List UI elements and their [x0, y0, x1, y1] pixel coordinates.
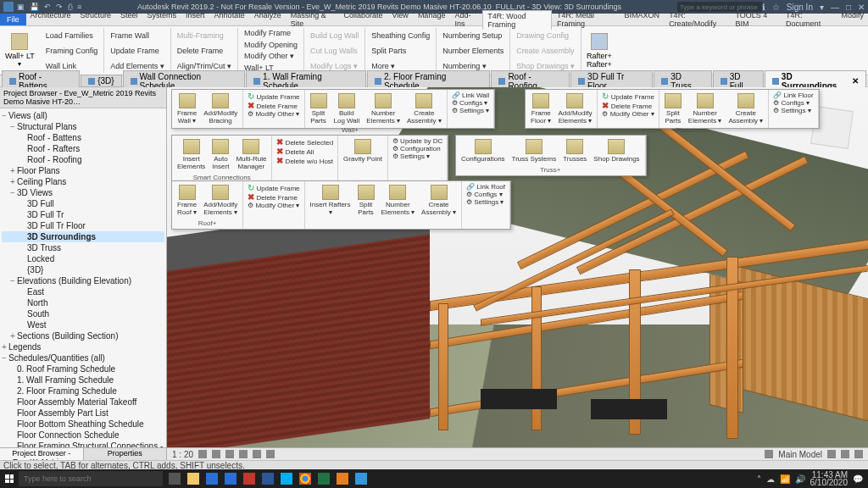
panel-item-modify-other-[interactable]: ⚙ Modify Other ▾	[246, 110, 301, 118]
panel-btn-split-parts[interactable]: SplitParts	[308, 92, 330, 126]
revit-app-icon[interactable]	[203, 471, 220, 486]
tree-node-2-floor-framing-schedule[interactable]: 2. Floor Framing Schedule	[2, 385, 164, 396]
panel-item-update-by-dc[interactable]: ⚙ Update by DC	[391, 137, 444, 145]
tree-node-elevations-building-elevation-[interactable]: −Elevations (Building Elevation)	[2, 275, 164, 286]
panel-item-update-frame[interactable]: ↻ Update Frame	[600, 92, 655, 101]
select-pinned-icon[interactable]	[841, 450, 849, 458]
panel-btn-auto-insert[interactable]: AutoInsert	[209, 137, 231, 172]
panel-item-delete-frame[interactable]: ✖ Delete Frame	[246, 192, 301, 202]
tray-wifi-icon[interactable]: 📶	[780, 474, 790, 484]
clock-date[interactable]: 6/10/2020	[810, 479, 849, 486]
panel-btn-number-elements-[interactable]: NumberElements ▾	[379, 183, 418, 218]
menu-tab-massing-site[interactable]: Massing & Site	[287, 10, 339, 30]
panel-item-update-frame[interactable]: ↻ Update Frame	[246, 183, 301, 192]
menu-tab-tools-4-bim[interactable]: TOOLS 4 BIM	[731, 10, 781, 30]
tray-up-icon[interactable]: ˄	[757, 474, 761, 484]
tree-node--3d-[interactable]: {3D}	[2, 264, 164, 275]
tree-node-ceiling-plans[interactable]: +Ceiling Plans	[2, 176, 164, 187]
panel-btn-add-modify-elements-[interactable]: Add/ModifyElements ▾	[555, 92, 594, 126]
panel-item-update-frame[interactable]: ↻ Update Frame	[246, 92, 301, 101]
start-button[interactable]	[0, 469, 19, 488]
tree-node-floor-connection-schedule[interactable]: Floor Connection Schedule	[2, 430, 164, 441]
panel-item-link-roof[interactable]: 🔗 Link Roof	[465, 183, 507, 191]
shadows-icon[interactable]	[239, 450, 248, 458]
ribbon-frame-wall[interactable]: Frame Wall	[108, 30, 152, 41]
panel-btn-split-parts[interactable]: SplitParts	[662, 92, 684, 126]
menu-tab-t4r-document[interactable]: T4R: Document	[782, 10, 836, 30]
select-links-icon[interactable]	[827, 450, 836, 458]
ribbon-sheathing-config[interactable]: Sheathing Config	[369, 30, 432, 41]
visual-style-icon[interactable]	[212, 450, 220, 458]
tree-node-3d-full[interactable]: 3D Full	[2, 198, 164, 209]
panel-item-delete-frame[interactable]: ✖ Delete Frame	[600, 101, 655, 110]
panel-btn-frame-roof-[interactable]: FrameRoof ▾	[175, 183, 199, 218]
panel-btn-frame-floor-[interactable]: FrameFloor ▾	[528, 92, 554, 126]
tray-cloud-icon[interactable]: ☁	[766, 474, 775, 484]
tree-node-locked[interactable]: Locked	[2, 253, 164, 264]
filter-icon[interactable]	[854, 450, 863, 458]
main-model-label[interactable]: Main Model	[778, 450, 822, 459]
panel-item-delete-all[interactable]: ✖ Delete All	[275, 147, 335, 156]
tree-node-roof-battens[interactable]: Roof - Battens	[2, 132, 164, 143]
menu-tab-systems[interactable]: Systems	[143, 10, 181, 30]
panel-item-settings-[interactable]: ⚙ Settings ▾	[465, 198, 507, 206]
tree-node-schedules-quantities-all-[interactable]: −Schedules/Quantities (all)	[2, 352, 164, 363]
tree-node-east[interactable]: East	[2, 286, 164, 297]
panel-item-modify-other-[interactable]: ⚙ Modify Other ▾	[600, 110, 655, 118]
panel-item-configuration[interactable]: ⚙ Configuration	[391, 145, 444, 152]
panel-btn-split-parts[interactable]: SplitParts	[355, 183, 377, 218]
ribbon-number-elements[interactable]: Number Elements	[440, 46, 506, 56]
hide-icon[interactable]	[266, 450, 275, 458]
tree-node-legends[interactable]: +Legends	[2, 341, 164, 352]
panel-btn-number-elements-[interactable]: NumberElements ▾	[364, 92, 403, 126]
tree-node-floor-assembly-material-takeoff[interactable]: Floor Assembly Material Takeoff	[2, 396, 164, 408]
skype-icon[interactable]	[278, 471, 295, 486]
menu-tab-collaborate[interactable]: Collaborate	[339, 10, 387, 30]
scale-label[interactable]: 1 : 20	[172, 450, 193, 459]
panel-item-delete-selected[interactable]: ✖ Delete Selected	[275, 137, 335, 147]
tree-node-views-all-[interactable]: −Views (all)	[2, 110, 164, 121]
panel-item-settings-[interactable]: ⚙ Settings ▾	[391, 152, 444, 160]
ribbon-split-parts[interactable]: Split Parts	[369, 46, 409, 56]
ribbon-modify-other-[interactable]: Modify Other ▾	[242, 51, 297, 61]
notifications-icon[interactable]: 💬	[853, 474, 863, 484]
tree-node-3d-full-tr[interactable]: 3D Full Tr	[2, 209, 164, 220]
tree-node-floor-assembly-part-list[interactable]: Floor Assembly Part List	[2, 408, 164, 419]
menu-tab-add-ins[interactable]: Add-Ins	[450, 10, 481, 30]
ribbon-modify-opening[interactable]: Modify Opening	[242, 40, 300, 50]
tray-volume-icon[interactable]: 🔊	[795, 474, 805, 484]
panel-btn-number-elements-[interactable]: NumberElements ▾	[686, 92, 725, 126]
explorer-icon[interactable]	[185, 471, 202, 486]
tree-node-0-roof-framing-schedule[interactable]: 0. Roof Framing Schedule	[2, 363, 164, 374]
menu-tab-t4r-wood-framing[interactable]: T4R: Wood Framing	[482, 10, 552, 30]
ribbon-multi-framing[interactable]: Multi-Framing	[175, 30, 226, 41]
panel-btn-trusses[interactable]: Trusses	[560, 137, 589, 164]
panel-btn-configurations[interactable]: Configurations	[459, 137, 508, 164]
panel-btn-add-modify-elements-[interactable]: Add/ModifyElements ▾	[201, 183, 240, 218]
panel-btn-frame-wall-[interactable]: FrameWall ▾	[175, 92, 199, 126]
panel-item-configs-[interactable]: ⚙ Configs ▾	[465, 191, 507, 198]
panel-btn-multi-rule-manager[interactable]: Multi-RuleManager	[233, 137, 269, 172]
viewport[interactable]: FrameWall ▾Add/ModifyBracing ↻ Update Fr…	[167, 87, 868, 460]
menu-tab-insert[interactable]: Insert	[181, 10, 209, 30]
panel-item-settings-[interactable]: ⚙ Settings ▾	[771, 107, 815, 114]
app-blue-icon[interactable]	[353, 471, 370, 486]
menu-tab-architecture[interactable]: Architecture	[26, 10, 75, 30]
app-orange-icon[interactable]	[334, 471, 351, 486]
ribbon-update-frame[interactable]: Update Frame	[108, 46, 162, 56]
menu-tab-steel[interactable]: Steel	[116, 10, 142, 30]
windows-search-input[interactable]	[19, 471, 163, 486]
sun-path-icon[interactable]	[225, 450, 234, 458]
tree-node-3d-truss[interactable]: 3D Truss	[2, 242, 164, 253]
menu-tab-t4r-metal-framing[interactable]: T4R: Metal Framing	[553, 10, 620, 30]
ribbon-delete-frame[interactable]: Delete Frame	[175, 46, 226, 56]
tree-node-3d-full-tr-floor[interactable]: 3D Full Tr Floor	[2, 220, 164, 231]
panel-btn-build-log-wall[interactable]: BuildLog Wall	[331, 92, 363, 126]
tree-node-roof-roofing[interactable]: Roof - Roofing	[2, 154, 164, 165]
panel-item-configs-[interactable]: ⚙ Configs ▾	[450, 99, 491, 107]
tree-node-west[interactable]: West	[2, 319, 164, 330]
panel-item-link-wall[interactable]: 🔗 Link Wall	[450, 92, 491, 99]
panel-btn-insert-elements[interactable]: InsertElements	[175, 137, 208, 172]
menu-tab-structure[interactable]: Structure	[76, 10, 116, 30]
word-icon[interactable]	[259, 471, 276, 486]
